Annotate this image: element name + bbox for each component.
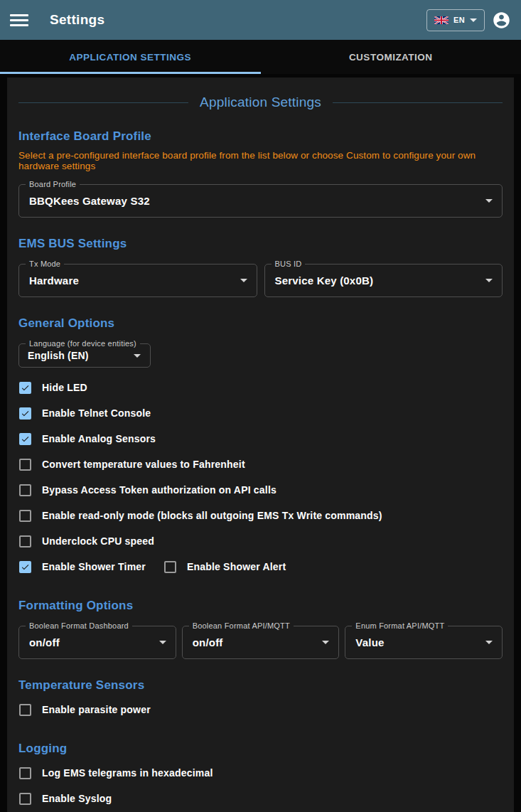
- general-options-checkbox-list: Hide LED Enable Telnet Console Enable An…: [18, 375, 503, 579]
- settings-card: Application Settings Interface Board Pro…: [7, 78, 514, 812]
- shower-timer-checkbox[interactable]: [19, 561, 31, 573]
- shower-alert-checkbox[interactable]: [164, 561, 176, 573]
- board-profile-select-label: Board Profile: [26, 180, 80, 188]
- appbar-actions: EN: [426, 9, 511, 31]
- check-row-syslog: Enable Syslog: [18, 786, 503, 811]
- bool-format-dashboard-label: Boolean Format Dashboard: [26, 621, 132, 630]
- enum-format-api-select[interactable]: Enum Format API/MQTT Value: [345, 626, 503, 659]
- parasite-power-checkbox[interactable]: [19, 704, 31, 716]
- language-entities-select-value: English (EN): [28, 350, 89, 361]
- checkbox-label: Hide LED: [42, 382, 87, 393]
- dropdown-arrow-icon: [134, 354, 141, 358]
- formatting-row: Boolean Format Dashboard on/off Boolean …: [18, 626, 503, 659]
- tx-mode-select-value: Hardware: [29, 274, 79, 287]
- app-bar: Settings EN: [0, 0, 521, 40]
- language-entities-select-label: Language (for device entities): [26, 339, 140, 348]
- divider-line: [333, 102, 503, 103]
- readonly-mode-checkbox[interactable]: [19, 510, 31, 522]
- checkbox-label: Log EMS telegrams in hexadecimal: [42, 767, 213, 779]
- language-code: EN: [453, 16, 465, 24]
- bus-id-select-value: Service Key (0x0B): [275, 274, 374, 287]
- dropdown-arrow-icon: [485, 641, 493, 644]
- bool-format-api-select[interactable]: Boolean Format API/MQTT on/off: [182, 626, 340, 659]
- check-row-analog-sensors: Enable Analog Sensors: [18, 426, 503, 452]
- bool-format-api-label: Boolean Format API/MQTT: [189, 621, 294, 630]
- checkbox-label: Enable Analog Sensors: [42, 433, 156, 444]
- shower-alert-group: Enable Shower Alert: [163, 561, 286, 573]
- enum-format-api-value: Value: [355, 636, 384, 648]
- checkbox-label: Enable Telnet Console: [42, 407, 151, 419]
- chevron-down-icon: [470, 18, 477, 22]
- page-header-title: Settings: [50, 12, 104, 28]
- checkbox-label: Enable read-only mode (blocks all outgoi…: [42, 510, 382, 521]
- uk-flag-icon: [434, 16, 449, 24]
- tx-mode-select-label: Tx Mode: [26, 260, 64, 268]
- checkbox-label: Enable Syslog: [42, 793, 112, 804]
- checkbox-label: Bypass Access Token authorization on API…: [42, 484, 276, 496]
- divider-line: [18, 102, 188, 103]
- menu-icon[interactable]: [10, 13, 28, 28]
- check-row-parasite-power: Enable parasite power: [18, 697, 503, 722]
- section-title-temperature-sensors: Temperature Sensors: [18, 678, 503, 693]
- section-title-general-options: General Options: [18, 316, 503, 331]
- dropdown-arrow-icon: [159, 641, 166, 644]
- tab-application-settings[interactable]: APPLICATION SETTINGS: [0, 40, 261, 74]
- bus-id-select-label: BUS ID: [272, 260, 306, 268]
- dropdown-arrow-icon: [240, 279, 247, 282]
- enable-syslog-checkbox[interactable]: [19, 793, 31, 805]
- bool-format-dashboard-select[interactable]: Boolean Format Dashboard on/off: [18, 626, 176, 659]
- check-row-shower: Enable Shower Timer Enable Shower Alert: [18, 554, 503, 579]
- bool-format-api-value: on/off: [193, 636, 223, 648]
- hide-led-checkbox[interactable]: [19, 382, 31, 394]
- bypass-token-checkbox[interactable]: [19, 484, 31, 496]
- checkbox-label: Enable Shower Alert: [187, 561, 286, 572]
- dropdown-arrow-icon: [485, 199, 493, 203]
- fahrenheit-checkbox[interactable]: [19, 459, 31, 471]
- checkbox-label: Enable parasite power: [42, 704, 151, 715]
- check-row-readonly-mode: Enable read-only mode (blocks all outgoi…: [18, 503, 503, 528]
- dropdown-arrow-icon: [485, 279, 493, 282]
- check-row-log-hex: Log EMS telegrams in hexadecimal: [18, 760, 503, 786]
- shower-timer-group: Enable Shower Timer: [18, 561, 146, 573]
- check-row-fahrenheit: Convert temperature values to Fahrenheit: [18, 452, 503, 477]
- tx-mode-select[interactable]: Tx Mode Hardware: [18, 264, 257, 297]
- bool-format-dashboard-value: on/off: [29, 636, 60, 648]
- ems-bus-row: Tx Mode Hardware BUS ID Service Key (0x0…: [18, 264, 503, 297]
- checkbox-label: Underclock CPU speed: [42, 535, 154, 547]
- board-profile-select[interactable]: Board Profile BBQKees Gateway S32: [18, 184, 503, 218]
- enum-format-api-label: Enum Format API/MQTT: [352, 621, 448, 630]
- checkbox-label: Enable Shower Timer: [42, 561, 146, 572]
- checkbox-label: Convert temperature values to Fahrenheit: [42, 459, 245, 470]
- language-selector[interactable]: EN: [426, 9, 485, 31]
- underclock-cpu-checkbox[interactable]: [19, 535, 31, 547]
- tab-bar: APPLICATION SETTINGS CUSTOMIZATION: [0, 40, 521, 74]
- section-title-board-profile: Interface Board Profile: [18, 129, 503, 144]
- logging-checkbox-list: Log EMS telegrams in hexadecimal Enable …: [18, 760, 503, 811]
- tab-customization[interactable]: CUSTOMIZATION: [261, 40, 521, 74]
- board-profile-warning: Select a pre-configured interface board …: [18, 150, 503, 171]
- enable-telnet-checkbox[interactable]: [19, 407, 31, 420]
- check-row-hide-led: Hide LED: [18, 375, 503, 400]
- page-title: Application Settings: [200, 95, 321, 110]
- check-row-underclock: Underclock CPU speed: [18, 528, 503, 554]
- board-profile-select-value: BBQKees Gateway S32: [29, 195, 150, 207]
- section-title-ems-bus: EMS BUS Settings: [18, 237, 503, 251]
- enable-analog-sensors-checkbox[interactable]: [19, 433, 31, 445]
- account-icon[interactable]: [492, 11, 511, 30]
- section-title-logging: Logging: [18, 742, 503, 756]
- section-title-formatting: Formatting Options: [18, 599, 503, 613]
- language-entities-select[interactable]: Language (for device entities) English (…: [18, 343, 151, 368]
- sensors-checkbox-list: Enable parasite power: [18, 697, 503, 722]
- dropdown-arrow-icon: [322, 641, 329, 644]
- check-row-bypass-token: Bypass Access Token authorization on API…: [18, 477, 503, 503]
- check-row-telnet: Enable Telnet Console: [18, 400, 503, 426]
- page-title-row: Application Settings: [18, 95, 503, 110]
- bus-id-select[interactable]: BUS ID Service Key (0x0B): [264, 264, 503, 297]
- log-hex-checkbox[interactable]: [19, 767, 31, 779]
